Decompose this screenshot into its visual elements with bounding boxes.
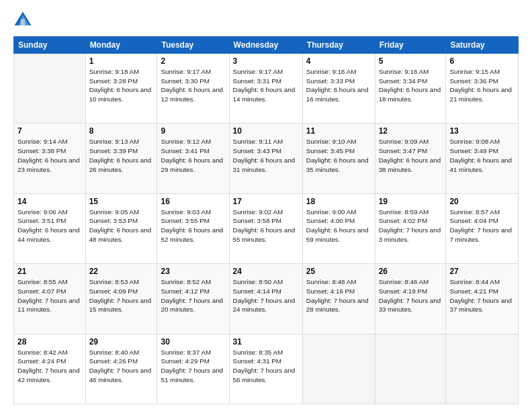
day-info: Sunrise: 9:08 AMSunset: 3:49 PMDaylight:… (449, 137, 515, 174)
day-number: 29 (89, 337, 154, 347)
calendar-cell: 7 Sunrise: 9:14 AMSunset: 3:38 PMDayligh… (14, 124, 86, 193)
calendar-cell: 26 Sunrise: 8:46 AMSunset: 4:19 PMDaylig… (375, 264, 446, 334)
day-info: Sunrise: 8:52 AMSunset: 4:12 PMDaylight:… (161, 277, 225, 314)
day-number: 23 (161, 267, 225, 276)
day-number: 7 (17, 126, 82, 136)
page: SundayMondayTuesdayWednesdayThursdayFrid… (0, 0, 532, 411)
calendar-cell: 1 Sunrise: 9:18 AMSunset: 3:28 PMDayligh… (85, 54, 157, 124)
day-number: 26 (379, 267, 443, 276)
day-info: Sunrise: 9:02 AMSunset: 3:58 PMDaylight:… (233, 208, 299, 244)
weekday-header-saturday: Saturday (446, 37, 519, 54)
weekday-header-row: SundayMondayTuesdayWednesdayThursdayFrid… (14, 37, 519, 54)
day-info: Sunrise: 9:16 AMSunset: 3:33 PMDaylight:… (306, 67, 371, 104)
day-number: 11 (306, 126, 371, 136)
calendar-cell (446, 334, 519, 404)
day-info: Sunrise: 8:35 AMSunset: 4:31 PMDaylight:… (233, 348, 299, 385)
day-info: Sunrise: 8:46 AMSunset: 4:19 PMDaylight:… (379, 277, 443, 314)
day-info: Sunrise: 8:57 AMSunset: 4:04 PMDaylight:… (449, 208, 515, 244)
day-info: Sunrise: 9:15 AMSunset: 3:36 PMDaylight:… (449, 67, 515, 104)
week-row-3: 14 Sunrise: 9:06 AMSunset: 3:51 PMDaylig… (14, 193, 519, 263)
day-number: 1 (89, 56, 154, 66)
day-number: 12 (379, 126, 443, 136)
week-row-2: 7 Sunrise: 9:14 AMSunset: 3:38 PMDayligh… (14, 124, 519, 193)
day-info: Sunrise: 8:50 AMSunset: 4:14 PMDaylight:… (233, 277, 299, 314)
day-number: 24 (233, 267, 299, 276)
day-info: Sunrise: 9:06 AMSunset: 3:51 PMDaylight:… (17, 208, 82, 244)
day-info: Sunrise: 9:05 AMSunset: 3:53 PMDaylight:… (89, 208, 154, 244)
day-number: 4 (306, 56, 371, 66)
day-number: 31 (233, 337, 299, 347)
day-number: 10 (233, 126, 299, 136)
day-number: 18 (306, 197, 371, 206)
calendar-cell (14, 54, 86, 124)
day-info: Sunrise: 9:12 AMSunset: 3:41 PMDaylight:… (161, 137, 225, 174)
day-number: 9 (161, 126, 225, 136)
day-info: Sunrise: 9:13 AMSunset: 3:39 PMDaylight:… (89, 137, 154, 174)
day-number: 30 (161, 337, 225, 347)
day-info: Sunrise: 9:00 AMSunset: 4:00 PMDaylight:… (306, 208, 371, 244)
calendar-cell: 24 Sunrise: 8:50 AMSunset: 4:14 PMDaylig… (229, 264, 302, 334)
day-number: 13 (449, 126, 515, 136)
calendar-cell: 4 Sunrise: 9:16 AMSunset: 3:33 PMDayligh… (302, 54, 375, 124)
weekday-header-sunday: Sunday (14, 37, 86, 54)
calendar-cell: 8 Sunrise: 9:13 AMSunset: 3:39 PMDayligh… (85, 124, 157, 193)
calendar-cell: 20 Sunrise: 8:57 AMSunset: 4:04 PMDaylig… (446, 193, 519, 263)
calendar-cell: 9 Sunrise: 9:12 AMSunset: 3:41 PMDayligh… (157, 124, 229, 193)
calendar-cell: 15 Sunrise: 9:05 AMSunset: 3:53 PMDaylig… (85, 193, 157, 263)
calendar-cell: 29 Sunrise: 8:40 AMSunset: 4:26 PMDaylig… (85, 334, 157, 404)
day-number: 28 (17, 337, 82, 347)
day-number: 5 (379, 56, 443, 66)
day-info: Sunrise: 9:17 AMSunset: 3:31 PMDaylight:… (233, 67, 299, 104)
day-number: 21 (17, 267, 82, 276)
day-info: Sunrise: 8:42 AMSunset: 4:24 PMDaylight:… (17, 348, 82, 385)
day-info: Sunrise: 9:17 AMSunset: 3:30 PMDaylight:… (161, 67, 225, 104)
weekday-header-friday: Friday (375, 37, 446, 54)
calendar-cell: 23 Sunrise: 8:52 AMSunset: 4:12 PMDaylig… (157, 264, 229, 334)
calendar-cell: 2 Sunrise: 9:17 AMSunset: 3:30 PMDayligh… (157, 54, 229, 124)
calendar-cell: 21 Sunrise: 8:55 AMSunset: 4:07 PMDaylig… (14, 264, 86, 334)
day-number: 8 (89, 126, 154, 136)
day-info: Sunrise: 9:03 AMSunset: 3:55 PMDaylight:… (161, 208, 225, 244)
day-info: Sunrise: 8:59 AMSunset: 4:02 PMDaylight:… (379, 208, 443, 244)
calendar-cell: 25 Sunrise: 8:48 AMSunset: 4:16 PMDaylig… (302, 264, 375, 334)
day-info: Sunrise: 9:11 AMSunset: 3:43 PMDaylight:… (233, 137, 299, 174)
day-number: 27 (449, 267, 515, 276)
calendar-cell: 27 Sunrise: 8:44 AMSunset: 4:21 PMDaylig… (446, 264, 519, 334)
day-number: 19 (379, 197, 443, 206)
calendar-cell: 19 Sunrise: 8:59 AMSunset: 4:02 PMDaylig… (375, 193, 446, 263)
day-number: 17 (233, 197, 299, 206)
calendar-cell: 14 Sunrise: 9:06 AMSunset: 3:51 PMDaylig… (14, 193, 86, 263)
calendar-cell: 6 Sunrise: 9:15 AMSunset: 3:36 PMDayligh… (446, 54, 519, 124)
day-number: 14 (17, 197, 82, 206)
day-number: 6 (449, 56, 515, 66)
day-info: Sunrise: 8:48 AMSunset: 4:16 PMDaylight:… (306, 277, 371, 314)
day-number: 22 (89, 267, 154, 276)
week-row-4: 21 Sunrise: 8:55 AMSunset: 4:07 PMDaylig… (14, 264, 519, 334)
header (13, 11, 519, 30)
day-info: Sunrise: 9:18 AMSunset: 3:28 PMDaylight:… (89, 67, 154, 104)
weekday-header-tuesday: Tuesday (157, 37, 229, 54)
calendar-cell: 17 Sunrise: 9:02 AMSunset: 3:58 PMDaylig… (229, 193, 302, 263)
logo-icon (13, 11, 32, 30)
day-number: 2 (161, 56, 225, 66)
day-info: Sunrise: 8:44 AMSunset: 4:21 PMDaylight:… (449, 277, 515, 314)
svg-rect-2 (21, 19, 25, 25)
weekday-header-thursday: Thursday (302, 37, 375, 54)
calendar-cell: 22 Sunrise: 8:53 AMSunset: 4:09 PMDaylig… (85, 264, 157, 334)
day-number: 25 (306, 267, 371, 276)
day-info: Sunrise: 9:10 AMSunset: 3:45 PMDaylight:… (306, 137, 371, 174)
calendar-table: SundayMondayTuesdayWednesdayThursdayFrid… (13, 36, 519, 404)
calendar-cell: 10 Sunrise: 9:11 AMSunset: 3:43 PMDaylig… (229, 124, 302, 193)
day-info: Sunrise: 9:16 AMSunset: 3:34 PMDaylight:… (379, 67, 443, 104)
week-row-1: 1 Sunrise: 9:18 AMSunset: 3:28 PMDayligh… (14, 54, 519, 124)
logo (13, 11, 35, 30)
calendar-cell: 16 Sunrise: 9:03 AMSunset: 3:55 PMDaylig… (157, 193, 229, 263)
day-number: 3 (233, 56, 299, 66)
calendar-cell (302, 334, 375, 404)
calendar-cell: 13 Sunrise: 9:08 AMSunset: 3:49 PMDaylig… (446, 124, 519, 193)
calendar-cell: 28 Sunrise: 8:42 AMSunset: 4:24 PMDaylig… (14, 334, 86, 404)
day-info: Sunrise: 9:09 AMSunset: 3:47 PMDaylight:… (379, 137, 443, 174)
day-info: Sunrise: 8:40 AMSunset: 4:26 PMDaylight:… (89, 348, 154, 385)
weekday-header-wednesday: Wednesday (229, 37, 302, 54)
calendar-cell: 11 Sunrise: 9:10 AMSunset: 3:45 PMDaylig… (302, 124, 375, 193)
